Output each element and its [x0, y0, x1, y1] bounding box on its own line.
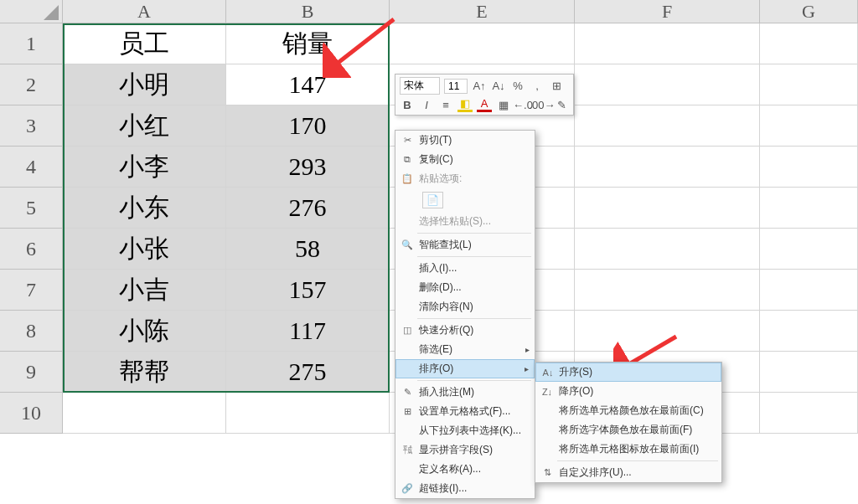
fill-color-icon[interactable]: ◧: [457, 97, 473, 112]
cell[interactable]: [575, 270, 760, 311]
menu-format-cells[interactable]: ⊞设置单元格格式(F)...: [395, 402, 535, 421]
col-header-g[interactable]: G: [760, 0, 858, 23]
menu-pick-from-list[interactable]: 从下拉列表中选择(K)...: [395, 421, 535, 440]
col-header-f[interactable]: F: [575, 0, 760, 23]
menu-label: 自定义排序(U)...: [559, 465, 632, 480]
cell-b6[interactable]: 58: [226, 229, 390, 270]
menu-paste-options[interactable]: 📋粘贴选项:: [395, 169, 535, 188]
bold-icon[interactable]: B: [400, 97, 415, 112]
menu-quick-analysis[interactable]: ◫快速分析(Q): [395, 321, 535, 340]
cell[interactable]: [760, 64, 858, 105]
submenu-cell-color[interactable]: 将所选单元格颜色放在最前面(C): [535, 401, 721, 420]
menu-paste-special[interactable]: 选择性粘贴(S)...: [395, 212, 535, 231]
row-header[interactable]: 9: [0, 352, 63, 393]
menu-clear-contents[interactable]: 清除内容(N): [395, 297, 535, 316]
cell[interactable]: [760, 105, 858, 147]
submenu-cell-icon[interactable]: 将所选单元格图标放在最前面(I): [535, 440, 721, 459]
menu-insert-comment[interactable]: ✎插入批注(M): [395, 383, 535, 402]
font-size-selector[interactable]: 11: [444, 79, 468, 94]
menu-hyperlink[interactable]: 🔗超链接(I)...: [395, 479, 535, 498]
cell[interactable]: [760, 270, 858, 311]
comma-icon[interactable]: ,: [530, 79, 545, 94]
cell-a5[interactable]: 小东: [63, 188, 226, 229]
comment-icon: ✎: [401, 386, 414, 399]
decrease-font-icon[interactable]: A↓: [491, 79, 506, 94]
font-name-selector[interactable]: 宋体: [400, 77, 440, 95]
cell-b7[interactable]: 157: [226, 270, 390, 311]
paste-option-slot[interactable]: 📄: [395, 188, 535, 212]
percent-icon[interactable]: %: [510, 79, 525, 94]
cell[interactable]: [760, 147, 858, 188]
cell-a1[interactable]: 员工: [63, 23, 226, 64]
cell[interactable]: [575, 229, 760, 270]
menu-insert[interactable]: 插入(I)...: [395, 259, 535, 278]
menu-label: 升序(S): [559, 365, 592, 379]
select-all-corner[interactable]: [0, 0, 63, 23]
menu-sort[interactable]: 排序(O)▸: [395, 359, 535, 378]
cell[interactable]: [760, 352, 858, 393]
cell-b9[interactable]: 275: [226, 352, 390, 393]
cell[interactable]: [390, 23, 575, 64]
row-header[interactable]: 10: [0, 393, 63, 434]
cell[interactable]: [760, 229, 858, 270]
cell[interactable]: [575, 311, 760, 352]
menu-show-phonetic[interactable]: ㍻显示拼音字段(S): [395, 440, 535, 460]
row-header[interactable]: 3: [0, 105, 63, 147]
cell-b1[interactable]: 销量: [226, 23, 390, 64]
increase-decimal-icon[interactable]: .00→: [535, 97, 550, 112]
col-header-e[interactable]: E: [390, 0, 575, 23]
cell[interactable]: [575, 188, 760, 229]
row-header[interactable]: 6: [0, 229, 63, 270]
merge-icon[interactable]: ⊞: [549, 79, 564, 94]
cell-a6[interactable]: 小张: [63, 229, 226, 270]
cell[interactable]: [575, 147, 760, 188]
cell[interactable]: [760, 393, 858, 434]
row-header[interactable]: 8: [0, 311, 63, 352]
increase-font-icon[interactable]: A↑: [472, 79, 487, 94]
submenu-font-color[interactable]: 将所选字体颜色放在最前面(F): [535, 420, 721, 440]
font-color-icon[interactable]: A: [477, 97, 492, 112]
decrease-decimal-icon[interactable]: ←.0: [515, 97, 530, 112]
menu-define-name[interactable]: 定义名称(A)...: [395, 460, 535, 479]
submenu-sort-ascending[interactable]: A↓升序(S): [535, 363, 721, 382]
cell-b4[interactable]: 293: [226, 147, 390, 188]
submenu-custom-sort[interactable]: ⇅自定义排序(U)...: [535, 463, 721, 482]
cell[interactable]: [760, 23, 858, 64]
chevron-right-icon: ▸: [525, 345, 530, 354]
cell-b2-active[interactable]: 147: [226, 64, 390, 105]
row-header[interactable]: 5: [0, 188, 63, 229]
cell-a7[interactable]: 小吉: [63, 270, 226, 311]
cell[interactable]: [575, 23, 760, 64]
cell-a8[interactable]: 小陈: [63, 311, 226, 352]
cell[interactable]: [226, 393, 390, 434]
menu-copy[interactable]: ⧉复制(C): [395, 150, 535, 169]
menu-cut[interactable]: ✂剪切(T): [395, 131, 535, 150]
menu-smart-lookup[interactable]: 🔍智能查找(L): [395, 235, 535, 255]
row-header[interactable]: 4: [0, 147, 63, 188]
menu-filter[interactable]: 筛选(E)▸: [395, 340, 535, 359]
col-header-a[interactable]: A: [63, 0, 226, 23]
submenu-sort-descending[interactable]: Z↓降序(O): [535, 382, 721, 401]
row-header[interactable]: 1: [0, 23, 63, 64]
format-painter-icon[interactable]: ✎: [554, 97, 569, 112]
cell-a4[interactable]: 小李: [63, 147, 226, 188]
col-header-b[interactable]: B: [226, 0, 390, 23]
cell[interactable]: [760, 311, 858, 352]
cell-a9[interactable]: 帮帮: [63, 352, 226, 393]
row-header[interactable]: 7: [0, 270, 63, 311]
cell-b5[interactable]: 276: [226, 188, 390, 229]
cell[interactable]: [760, 188, 858, 229]
cell-a3[interactable]: 小红: [63, 105, 226, 147]
align-icon[interactable]: ≡: [438, 97, 453, 112]
cell[interactable]: [575, 105, 760, 147]
cell-b3[interactable]: 170: [226, 105, 390, 147]
cell-b8[interactable]: 117: [226, 311, 390, 352]
menu-delete[interactable]: 删除(D)...: [395, 278, 535, 297]
italic-icon[interactable]: I: [419, 97, 434, 112]
cell[interactable]: [63, 393, 226, 434]
cell-a2[interactable]: 小明: [63, 64, 226, 105]
border-icon[interactable]: ▦: [496, 97, 511, 112]
cell[interactable]: [575, 64, 760, 105]
separator: [417, 233, 531, 234]
row-header[interactable]: 2: [0, 64, 63, 105]
